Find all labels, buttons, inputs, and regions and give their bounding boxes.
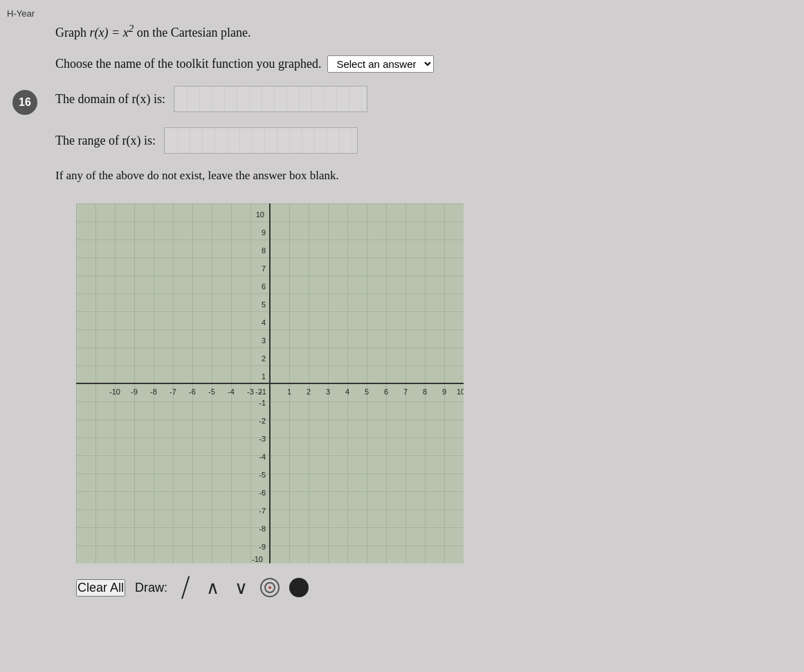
svg-text:3: 3 bbox=[326, 388, 330, 396]
svg-text:8: 8 bbox=[423, 388, 427, 396]
svg-text:5: 5 bbox=[365, 388, 369, 396]
svg-text:1: 1 bbox=[262, 372, 266, 381]
svg-text:7: 7 bbox=[262, 264, 266, 273]
svg-text:-4: -4 bbox=[259, 453, 266, 461]
page-container: H-Year 16 Graph r(x) = x2 on the Cartesi… bbox=[0, 0, 804, 672]
svg-text:4: 4 bbox=[345, 388, 349, 396]
curve-down-tool-button[interactable]: ∨ bbox=[232, 577, 250, 598]
svg-text:-7: -7 bbox=[170, 388, 176, 396]
graph-area[interactable]: -10 -9 -8 -7 -6 -5 -4 -3 -2 -1 1 2 3 4 5… bbox=[76, 197, 464, 570]
domain-row: The domain of r(x) is: bbox=[55, 86, 776, 112]
svg-text:6: 6 bbox=[262, 282, 266, 291]
content: Graph r(x) = x2 on the Cartesian plane. … bbox=[55, 14, 776, 598]
range-row: The range of r(x) is: bbox=[55, 127, 776, 154]
range-input[interactable] bbox=[164, 127, 358, 154]
svg-text:-4: -4 bbox=[228, 388, 235, 396]
svg-text:-3: -3 bbox=[247, 388, 254, 396]
header-label: H-Year bbox=[7, 8, 35, 19]
svg-text:9: 9 bbox=[262, 228, 266, 237]
svg-text:2: 2 bbox=[262, 354, 266, 363]
question-number: 16 bbox=[12, 90, 37, 115]
instruction-graph: Graph r(x) = x2 on the Cartesian plane. bbox=[55, 21, 776, 42]
svg-point-46 bbox=[268, 586, 271, 589]
svg-text:2: 2 bbox=[307, 388, 311, 396]
clear-all-button[interactable]: Clear All bbox=[76, 579, 125, 597]
svg-text:-9: -9 bbox=[131, 388, 138, 396]
svg-text:9: 9 bbox=[442, 388, 446, 396]
svg-text:-6: -6 bbox=[189, 388, 196, 396]
svg-text:6: 6 bbox=[384, 388, 388, 396]
svg-text:-5: -5 bbox=[259, 471, 266, 479]
blank-note: If any of the above do not exist, leave … bbox=[55, 169, 776, 183]
curve-up-tool-button[interactable]: ∧ bbox=[203, 577, 222, 598]
svg-text:-1: -1 bbox=[259, 399, 266, 407]
svg-text:-2: -2 bbox=[259, 417, 266, 425]
svg-text:10: 10 bbox=[256, 210, 264, 219]
line-tool-button[interactable]: ╱ bbox=[176, 576, 196, 599]
svg-text:8: 8 bbox=[262, 246, 266, 255]
domain-label: The domain of r(x) is: bbox=[55, 92, 165, 107]
domain-input[interactable] bbox=[174, 86, 367, 112]
toolkit-select[interactable]: Select an answer bbox=[327, 55, 434, 73]
svg-text:-10: -10 bbox=[109, 388, 120, 396]
svg-text:-7: -7 bbox=[259, 507, 266, 515]
svg-text:5: 5 bbox=[262, 300, 266, 309]
svg-text:-1: -1 bbox=[259, 388, 266, 396]
graph-svg[interactable]: -10 -9 -8 -7 -6 -5 -4 -3 -2 -1 1 2 3 4 5… bbox=[76, 197, 464, 570]
svg-text:-6: -6 bbox=[259, 489, 266, 497]
svg-text:10: 10 bbox=[457, 388, 464, 396]
toolbar: Clear All Draw: ╱ ∧ ∨ bbox=[76, 577, 776, 598]
circle-tool-button[interactable] bbox=[260, 578, 280, 597]
draw-label: Draw: bbox=[135, 581, 167, 595]
range-label: The range of r(x) is: bbox=[55, 134, 156, 148]
svg-text:-10: -10 bbox=[252, 555, 263, 563]
svg-text:1: 1 bbox=[287, 388, 291, 396]
svg-text:-3: -3 bbox=[259, 435, 266, 443]
instruction-toolkit: Choose the name of the toolkit function … bbox=[55, 55, 776, 73]
svg-text:3: 3 bbox=[262, 336, 266, 345]
svg-text:4: 4 bbox=[262, 318, 266, 327]
svg-text:-5: -5 bbox=[208, 388, 215, 396]
dot-tool-button[interactable] bbox=[289, 578, 309, 597]
svg-text:-8: -8 bbox=[259, 525, 266, 533]
svg-text:7: 7 bbox=[403, 388, 408, 396]
svg-text:-9: -9 bbox=[259, 543, 266, 551]
math-expression: r(x) = x2 bbox=[89, 26, 134, 39]
svg-text:-8: -8 bbox=[150, 388, 157, 396]
